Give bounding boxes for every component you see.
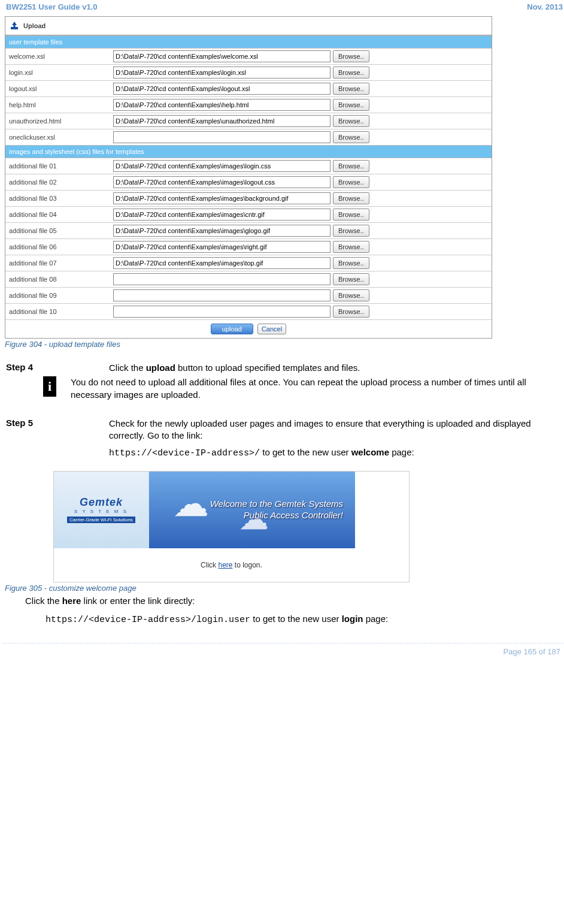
browse-button[interactable]: Browse.. (333, 176, 369, 188)
aw-code-post-bold: login (342, 614, 363, 624)
aw-code-post-pre: to get to the new user (250, 614, 342, 624)
step4-label: Step 4 (6, 362, 109, 372)
after-welcome-line: Click the here link or enter the link di… (2, 595, 564, 607)
welcome-mockup: Gemtek S Y S T E M S Carrier-Grade Wi-Fi… (53, 471, 410, 582)
file-row: additional file 05Browse.. (5, 223, 492, 239)
figure-caption-upload: Figure 304 - upload template files (2, 339, 564, 349)
file-row-label: login.xsl (8, 69, 111, 76)
file-path-input[interactable] (113, 115, 330, 127)
cancel-button[interactable]: Cancel (257, 324, 286, 334)
panel-action-bar: upload Cancel (5, 319, 492, 338)
step4-content: Click the upload button to upload specif… (109, 362, 563, 374)
file-row: additional file 10Browse.. (5, 304, 492, 319)
file-row-label: welcome.xsl (8, 53, 111, 60)
file-row-label: additional file 02 (8, 179, 111, 186)
file-row-label: help.html (8, 101, 111, 108)
step5-post-bold: welcome (351, 447, 389, 457)
file-path-input[interactable] (113, 289, 330, 301)
info-icon-letter: i (48, 379, 51, 394)
section-user-templates: user template files (5, 35, 492, 49)
panel-title-text: Upload (23, 22, 46, 29)
browse-button[interactable]: Browse.. (333, 67, 369, 78)
browse-button[interactable]: Browse.. (333, 160, 369, 172)
file-path-input[interactable] (113, 160, 330, 172)
file-row: oneclickuser.xslBrowse.. (5, 129, 492, 145)
browse-button[interactable]: Browse.. (333, 99, 369, 111)
file-path-input[interactable] (113, 99, 330, 111)
file-path-input[interactable] (113, 273, 330, 285)
file-row: unauthorized.htmlBrowse.. (5, 113, 492, 129)
after-welcome-url: https://<device-IP-address>/login.user (46, 615, 250, 625)
browse-button[interactable]: Browse.. (333, 273, 369, 285)
browse-button[interactable]: Browse.. (333, 192, 369, 204)
file-row-label: additional file 06 (8, 243, 111, 250)
step4-pre: Click the (109, 363, 146, 373)
logon-post: to logon. (235, 561, 262, 569)
file-row: additional file 06Browse.. (5, 239, 492, 255)
aw-pre: Click the (25, 596, 62, 606)
banner-sky: ☁ ☁ Welcome to the Gemtek Systems Public… (149, 472, 355, 548)
file-path-input[interactable] (113, 257, 330, 269)
file-path-input[interactable] (113, 209, 330, 221)
info-note-text: You do not need to upload all additional… (71, 376, 563, 401)
doc-date: Nov. 2013 (527, 2, 563, 11)
file-path-input[interactable] (113, 241, 330, 253)
file-row: additional file 02Browse.. (5, 174, 492, 191)
svg-rect-0 (11, 27, 18, 29)
doc-title: BW2251 User Guide v1.0 (6, 2, 97, 11)
step5: Step 5 Check for the newly uploaded user… (2, 418, 564, 460)
after-welcome-url-line: https://<device-IP-address>/login.user t… (2, 613, 564, 626)
file-path-input[interactable] (113, 225, 330, 237)
browse-button[interactable]: Browse.. (333, 115, 369, 127)
brand-name: Gemtek (80, 496, 123, 509)
step5-line1: Check for the newly uploaded user pages … (109, 418, 563, 442)
welcome-banner: Gemtek S Y S T E M S Carrier-Grade Wi-Fi… (54, 472, 409, 548)
file-row-label: oneclickuser.xsl (8, 134, 111, 141)
step5-post-post: page: (389, 447, 414, 457)
info-note: i You do not need to upload all addition… (2, 374, 564, 401)
file-path-input[interactable] (113, 67, 330, 78)
info-icon: i (43, 376, 56, 397)
browse-button[interactable]: Browse.. (333, 83, 369, 95)
banner-right-spacer (355, 472, 409, 548)
banner-line1: Welcome to the Gemtek Systems (210, 499, 343, 510)
page-footer: Page 165 of 187 (2, 643, 564, 662)
file-row: additional file 01Browse.. (5, 158, 492, 174)
browse-button[interactable]: Browse.. (333, 306, 369, 318)
file-path-input[interactable] (113, 176, 330, 188)
browse-button[interactable]: Browse.. (333, 209, 369, 221)
figure-caption-welcome: Figure 305 - customize welcome page (2, 582, 564, 593)
browse-button[interactable]: Browse.. (333, 289, 369, 301)
file-row-label: additional file 08 (8, 276, 111, 283)
aw-bold: here (62, 596, 81, 606)
browse-button[interactable]: Browse.. (333, 257, 369, 269)
file-row-label: additional file 04 (8, 211, 111, 218)
panel-title-bar: Upload (5, 17, 492, 35)
file-row-label: additional file 09 (8, 292, 111, 299)
file-path-input[interactable] (113, 192, 330, 204)
file-path-input[interactable] (113, 50, 330, 62)
browse-button[interactable]: Browse.. (333, 131, 369, 143)
file-row: welcome.xslBrowse.. (5, 49, 492, 65)
file-row-label: additional file 01 (8, 162, 111, 170)
file-path-input[interactable] (113, 306, 330, 318)
step4-post: button to upload specified templates and… (175, 363, 360, 373)
file-path-input[interactable] (113, 131, 330, 143)
section-image-templates: images and stylesheet (css) files for te… (5, 145, 492, 158)
browse-button[interactable]: Browse.. (333, 241, 369, 253)
welcome-logon-bar: Click here to logon. (54, 548, 409, 582)
file-row: additional file 08Browse.. (5, 271, 492, 288)
file-path-input[interactable] (113, 83, 330, 95)
logon-here-link[interactable]: here (218, 561, 232, 569)
upload-button[interactable]: upload (211, 324, 253, 334)
aw-code-post-post: page: (363, 614, 388, 624)
brand-block: Gemtek S Y S T E M S Carrier-Grade Wi-Fi… (54, 472, 149, 548)
browse-button[interactable]: Browse.. (333, 50, 369, 62)
aw-post: link or enter the link directly: (81, 596, 195, 606)
brand-sub: S Y S T E M S (74, 509, 128, 514)
upload-icon (9, 20, 20, 31)
browse-button[interactable]: Browse.. (333, 225, 369, 237)
cloud-icon-1: ☁ (173, 482, 209, 524)
file-row: logout.xslBrowse.. (5, 81, 492, 97)
brand-tag: Carrier-Grade Wi-Fi Solutions (67, 517, 135, 523)
